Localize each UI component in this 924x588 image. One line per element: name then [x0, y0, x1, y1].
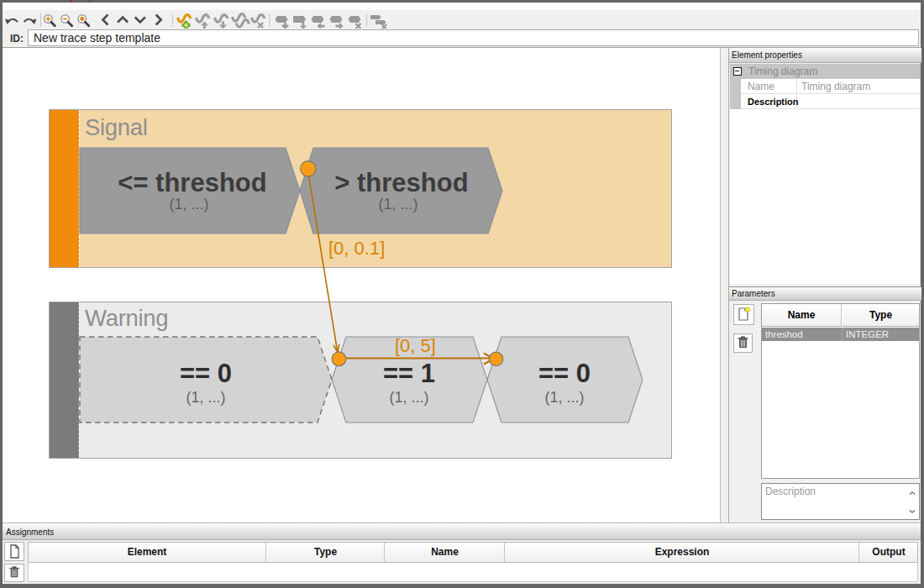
svg-text:(1, ...): (1, ...) [186, 389, 225, 406]
svg-text:== 1: == 1 [383, 359, 435, 388]
svg-text:[0, 5]: [0, 5] [395, 335, 436, 356]
svg-text:(1, ...): (1, ...) [389, 389, 428, 406]
svg-text:(1, ...): (1, ...) [378, 196, 417, 213]
svg-text:== 0: == 0 [538, 359, 591, 388]
svg-text:Warning: Warning [85, 305, 168, 331]
svg-text:(1, ...): (1, ...) [169, 196, 208, 213]
svg-text:== 0: == 0 [180, 359, 232, 388]
svg-text:<= threshod: <= threshod [118, 168, 266, 197]
svg-text:[0, 0.1]: [0, 0.1] [328, 238, 385, 259]
svg-text:> threshod: > threshod [334, 168, 468, 197]
svg-text:(1, ...): (1, ...) [544, 389, 584, 406]
svg-text:Signal: Signal [85, 114, 148, 140]
